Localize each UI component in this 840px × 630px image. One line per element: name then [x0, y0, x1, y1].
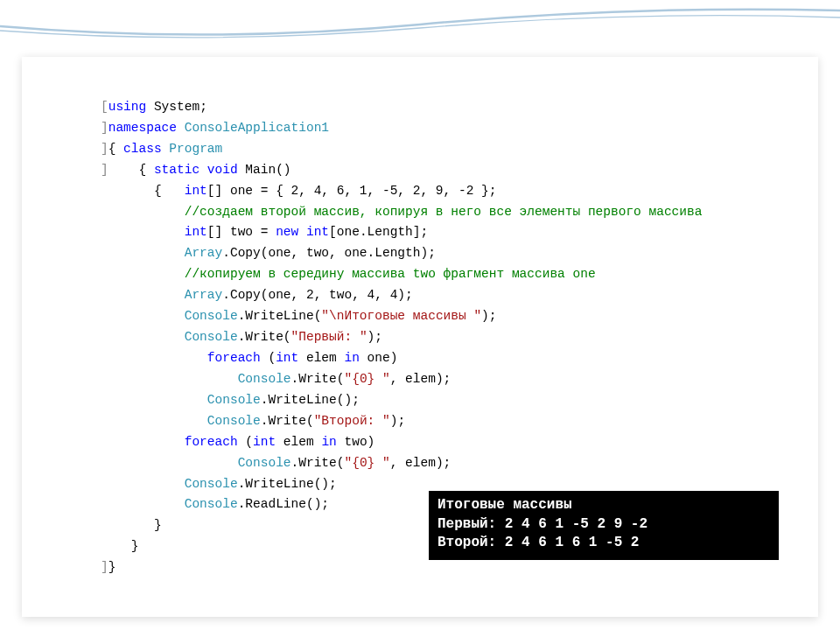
decorative-swoosh — [0, 0, 840, 48]
console-output: Итоговые массивы Первый: 2 4 6 1 -5 2 9 … — [429, 491, 779, 560]
slide-card: [using System; ]namespace ConsoleApplica… — [22, 57, 818, 617]
